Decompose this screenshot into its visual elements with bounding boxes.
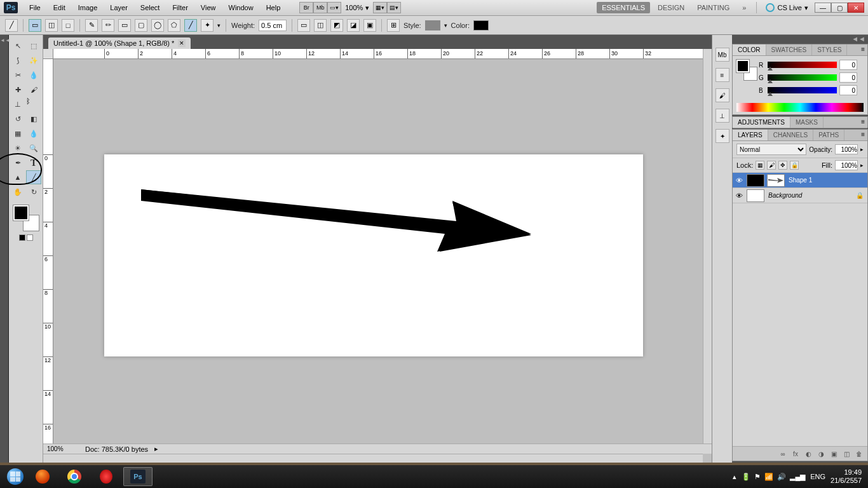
clone-panel-icon[interactable]: ⊥ — [715, 109, 729, 123]
line-shape-icon[interactable]: ╱ — [184, 19, 197, 32]
workspace-design[interactable]: DESIGN — [653, 2, 689, 13]
menu-image[interactable]: Image — [72, 1, 104, 14]
status-zoom-input[interactable] — [47, 445, 79, 452]
b-input[interactable] — [839, 85, 857, 95]
tray-language[interactable]: ENG — [810, 473, 825, 480]
g-slider[interactable] — [768, 74, 837, 81]
brush-tool-icon[interactable]: 🖌 — [26, 83, 41, 97]
new-layer-icon[interactable]: ◫ — [841, 449, 852, 459]
tab-adjustments[interactable]: ADJUSTMENTS — [733, 117, 790, 128]
history-panel-icon[interactable]: ≡ — [715, 68, 729, 82]
taskbar-opera-icon[interactable] — [92, 467, 121, 486]
signal-icon[interactable]: ▂▄▆ — [790, 473, 805, 481]
flag-icon[interactable]: ⚑ — [754, 473, 761, 481]
lasso-tool-icon[interactable]: ⟆ — [10, 53, 25, 67]
fill-pixels-icon[interactable]: □ — [62, 19, 74, 32]
layer-name[interactable]: Shape 1 — [786, 177, 812, 184]
bridge-icon[interactable]: Br — [299, 2, 313, 13]
zoom-tool-icon[interactable]: 🔍 — [26, 141, 41, 155]
arrange-documents-icon[interactable]: ▦▾ — [373, 2, 387, 13]
screen-mode-icon[interactable]: ▭▾ — [327, 2, 341, 13]
layer-fx-icon[interactable]: fx — [790, 449, 801, 459]
vertical-ruler[interactable]: 0246810121416 — [43, 59, 53, 444]
color-swatch[interactable] — [473, 20, 489, 30]
panels-collapse-icon[interactable]: ◄◄ — [851, 35, 865, 44]
tab-channels[interactable]: CHANNELS — [768, 130, 813, 140]
battery-icon[interactable]: 🔋 — [742, 473, 750, 481]
menu-window[interactable]: Window — [222, 1, 260, 14]
freeform-pen-icon[interactable]: ✏ — [102, 19, 114, 32]
window-minimize-button[interactable]: — — [815, 3, 831, 13]
left-panel-collapsed[interactable]: ◄◄ — [0, 35, 9, 463]
layer-row[interactable]: 👁 Shape 1 — [733, 173, 867, 188]
eyedropper-tool-icon[interactable]: 💧 — [26, 68, 41, 82]
quick-select-tool-icon[interactable]: ✨ — [26, 53, 41, 67]
color-spectrum[interactable] — [736, 103, 864, 112]
pen-tool-icon[interactable]: ✒ — [10, 156, 25, 170]
brush-preset-panel-icon[interactable]: ✦ — [715, 129, 729, 143]
combine-new-icon[interactable]: ▭ — [297, 19, 310, 32]
tab-swatches[interactable]: SWATCHES — [766, 44, 813, 55]
taskbar-firefox-icon[interactable] — [28, 467, 57, 486]
view-extras-icon[interactable]: ▤▾ — [387, 2, 401, 13]
start-button[interactable] — [4, 467, 27, 486]
color-panel-menu-icon[interactable]: ≡ — [858, 44, 867, 55]
color-panel-swatches[interactable] — [736, 60, 757, 80]
adjustment-layer-icon[interactable]: ◑ — [815, 449, 827, 459]
lock-transparency-icon[interactable]: ▦ — [756, 161, 764, 170]
layer-row[interactable]: 👁 Background 🔒 — [733, 188, 867, 203]
move-tool-icon[interactable]: ↖ — [10, 39, 25, 53]
stamp-tool-icon[interactable]: ⊥ — [10, 97, 25, 111]
workspace-more[interactable]: » — [737, 2, 751, 13]
b-slider[interactable] — [768, 87, 837, 93]
gradient-tool-icon[interactable]: ▦ — [10, 126, 25, 140]
workspace-painting[interactable]: PAINTING — [692, 2, 735, 13]
align-edges-icon[interactable]: ⊞ — [387, 19, 400, 32]
delete-layer-icon[interactable]: 🗑 — [853, 449, 865, 459]
zoom-level[interactable]: 100% ▾ — [341, 4, 373, 12]
tab-styles[interactable]: STYLES — [812, 44, 847, 55]
window-maximize-button[interactable]: ▢ — [831, 3, 848, 13]
lock-position-icon[interactable]: ✥ — [778, 161, 787, 170]
minibridge-icon[interactable]: Mb — [313, 2, 327, 13]
foreground-color-swatch[interactable] — [13, 205, 29, 220]
menu-filter[interactable]: Filter — [166, 1, 194, 14]
healing-tool-icon[interactable]: ✚ — [10, 83, 25, 97]
history-brush-tool-icon[interactable]: ↺ — [10, 112, 25, 126]
polygon-shape-icon[interactable]: ⬠ — [168, 19, 180, 32]
menu-edit[interactable]: Edit — [47, 1, 72, 14]
type-tool-icon[interactable]: T — [26, 156, 41, 170]
combine-subtract-icon[interactable]: ◩ — [330, 19, 343, 32]
eraser-tool-icon[interactable]: ◧ — [26, 112, 41, 126]
ellipse-shape-icon[interactable]: ◯ — [151, 19, 164, 32]
horizontal-scrollbar[interactable] — [43, 454, 703, 463]
pen-tool-icon[interactable]: ✎ — [85, 19, 98, 32]
lock-all-icon[interactable]: 🔒 — [790, 161, 799, 170]
canvas-viewport[interactable] — [53, 59, 703, 444]
tray-up-icon[interactable]: ▴ — [733, 473, 736, 481]
blend-mode-select[interactable]: Normal — [736, 144, 806, 155]
workspace-essentials[interactable]: ESSENTIALS — [597, 2, 650, 13]
path-select-tool-icon[interactable]: ▲ — [10, 170, 25, 184]
canvas[interactable] — [104, 154, 643, 356]
menu-file[interactable]: File — [23, 1, 47, 14]
horizontal-ruler[interactable]: 02468101214161820222426283032 — [53, 49, 703, 59]
r-slider[interactable] — [768, 62, 837, 68]
rotate-view-tool-icon[interactable]: ↻ — [26, 185, 41, 199]
style-swatch[interactable] — [425, 20, 440, 30]
layer-mask-icon[interactable]: ◐ — [803, 449, 814, 459]
document-tab[interactable]: Untitled-1 @ 100% (Shape 1, RGB/8) * ✕ — [48, 37, 191, 49]
document-tab-close-icon[interactable]: ✕ — [178, 39, 186, 47]
menu-select[interactable]: Select — [134, 1, 166, 14]
tool-preset-icon[interactable]: ╱ — [5, 19, 18, 32]
brush-panel-icon[interactable]: 🖌 — [715, 88, 729, 102]
status-arrow-icon[interactable]: ▸ — [154, 445, 158, 453]
layers-panel-menu-icon[interactable]: ≡ — [858, 130, 867, 140]
minibridge-panel-icon[interactable]: Mb — [715, 48, 729, 62]
dodge-tool-icon[interactable]: ☀ — [10, 141, 25, 155]
shape-layers-icon[interactable]: ▭ — [29, 19, 41, 32]
tab-color[interactable]: COLOR — [733, 44, 766, 55]
r-input[interactable] — [839, 60, 857, 70]
layer-name[interactable]: Background — [766, 192, 802, 199]
custom-shape-icon[interactable]: ✦ — [201, 19, 214, 32]
